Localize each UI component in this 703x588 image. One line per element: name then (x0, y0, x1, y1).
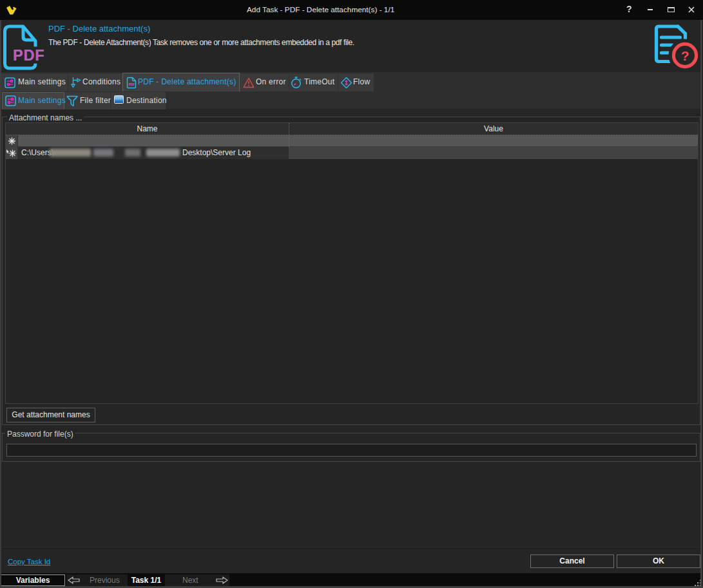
svg-text:?: ? (681, 48, 689, 63)
svg-text:PDF: PDF (129, 83, 135, 86)
svg-text:PDF: PDF (13, 47, 44, 64)
